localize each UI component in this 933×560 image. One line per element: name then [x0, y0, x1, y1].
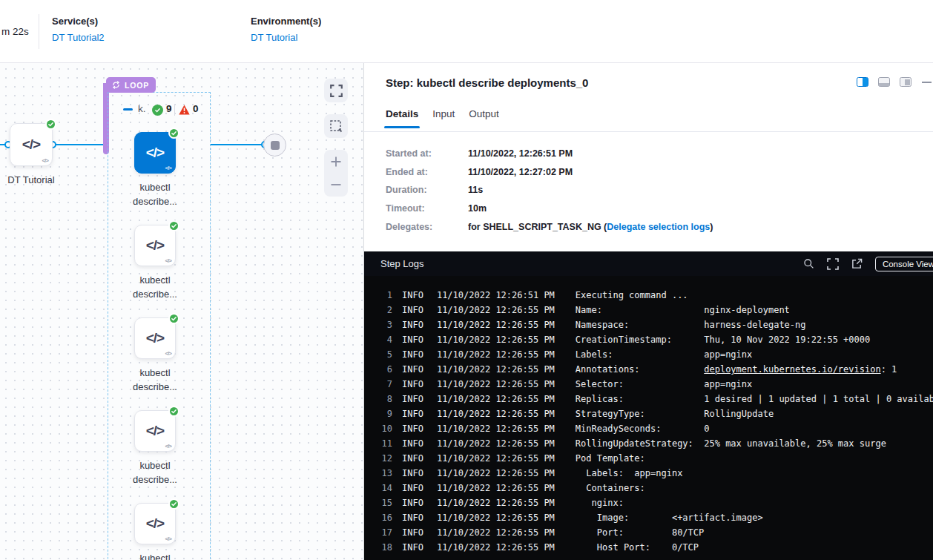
log-row: 8INFO11/10/2022 12:26:55 PMReplicas: 1 d…: [375, 392, 933, 406]
log-line-number: 6: [375, 362, 392, 377]
log-level: INFO: [402, 436, 423, 451]
log-text: Host Port: 0/TCP: [576, 542, 699, 553]
log-timestamp: 11/10/2022 12:26:55 PM: [437, 406, 555, 421]
minus-icon: [330, 179, 342, 191]
loop-badge[interactable]: LOOP: [106, 77, 156, 93]
success-count-icon: [152, 105, 163, 116]
collapse-group-button[interactable]: [123, 108, 133, 111]
success-badge-icon: [168, 498, 179, 510]
logs-search-button[interactable]: [803, 258, 814, 269]
detail-row-value: for SHELL_SCRIPT_TASK_NG (Delegate selec…: [468, 222, 713, 232]
log-line-number: 7: [375, 377, 392, 392]
zoom-out-button[interactable]: [324, 174, 348, 195]
tab-output[interactable]: Output: [469, 108, 499, 128]
log-message: RollingUpdateStrategy: 25% max unavailab…: [576, 436, 886, 451]
loop-step-node[interactable]: </></>: [134, 410, 176, 452]
detail-row-value: 11/10/2022, 12:27:02 PM: [468, 167, 573, 177]
details-list: Started at:11/10/2022, 12:26:51 PMEnded …: [386, 145, 926, 236]
layout-dock-bottom-icon[interactable]: [878, 77, 890, 87]
execution-page: m 22s Service(s) DT Tutorial2 Environmen…: [0, 0, 933, 560]
log-level: INFO: [402, 303, 423, 317]
log-row: 18INFO11/10/2022 12:26:55 PM Host Port: …: [375, 540, 933, 555]
log-timestamp: 11/10/2022 12:26:55 PM: [437, 392, 555, 406]
log-line-number: 11: [375, 436, 392, 451]
delegate-selection-logs-link[interactable]: Delegate selection logs: [607, 222, 710, 232]
edge-loop-to-end: [211, 144, 265, 145]
log-text: Containers:: [576, 483, 645, 493]
log-text: Labels: app=nginx: [576, 468, 683, 478]
loop-step-node[interactable]: </></>: [134, 317, 176, 359]
logs-open-in-new-button[interactable]: [851, 258, 863, 269]
start-step-node[interactable]: </> </>: [10, 123, 53, 166]
log-timestamp: 11/10/2022 12:26:55 PM: [437, 525, 555, 540]
log-level: INFO: [402, 495, 423, 510]
log-text: Executing command ...: [576, 290, 688, 300]
loop-step-name[interactable]: k.: [138, 103, 146, 114]
end-node[interactable]: [263, 134, 286, 157]
log-text: Labels: app=nginx: [576, 349, 752, 360]
log-text: CreationTimestamp: Thu, 10 Nov 2022 19:2…: [576, 335, 870, 345]
log-line-number: 14: [375, 481, 392, 495]
log-text: Selector: app=nginx: [576, 379, 752, 389]
console-view-button[interactable]: Console View: [875, 257, 933, 271]
log-row: 2INFO11/10/2022 12:26:55 PMName: nginx-d…: [375, 303, 933, 317]
log-line-number: 13: [375, 466, 392, 481]
log-row: 1INFO11/10/2022 12:26:51 PMExecuting com…: [375, 288, 933, 303]
detail-row-value: 11s: [468, 185, 483, 195]
environment-block: Environment(s) DT Tutorial: [251, 16, 321, 43]
log-row: 16INFO11/10/2022 12:26:55 PM Image: <+ar…: [375, 510, 933, 525]
loop-step-label-line2: describe...: [107, 472, 203, 487]
log-row: 9INFO11/10/2022 12:26:55 PMStrategyType:…: [375, 406, 933, 421]
log-message: Replicas: 1 desired | 1 updated | 1 tota…: [576, 392, 933, 406]
zoom-controls: [324, 150, 348, 197]
loop-step-label-line1: kubectl: [107, 180, 203, 194]
log-message: Executing command ...: [576, 288, 688, 303]
minimize-panel-icon[interactable]: [922, 82, 932, 83]
layout-split-right-icon[interactable]: [857, 77, 868, 87]
log-message: Annotations: deployment.kubernetes.io/re…: [576, 362, 897, 377]
canvas-marquee-zoom-button[interactable]: [324, 114, 348, 138]
log-message: Containers:: [576, 481, 645, 495]
tab-details[interactable]: Details: [386, 108, 418, 128]
logs-fullscreen-button[interactable]: [827, 258, 839, 270]
log-timestamp: 11/10/2022 12:26:55 PM: [437, 303, 555, 317]
loop-step-label-line2: describe...: [107, 194, 203, 208]
step-details-panel: Step: kubectl describe deployments_0 Det…: [363, 63, 933, 560]
service-label: Service(s): [52, 16, 105, 27]
detail-row: Duration:11s: [386, 181, 926, 200]
loop-step-node[interactable]: </></>: [134, 132, 176, 174]
detail-row-label: Duration:: [386, 185, 468, 195]
log-level: INFO: [402, 510, 423, 525]
log-line-number: 9: [375, 406, 392, 421]
pipeline-canvas[interactable]: </> </> DT Tutorial LOOP k. 9 0 </></>ku…: [0, 63, 363, 560]
log-timestamp: 11/10/2022 12:26:55 PM: [437, 466, 555, 481]
log-level: INFO: [402, 481, 423, 495]
search-icon: [803, 258, 814, 269]
success-badge-icon: [168, 220, 179, 231]
log-message: Name: nginx-deployment: [576, 303, 790, 317]
warning-count: 0: [193, 103, 199, 114]
detail-row-label: Ended at:: [386, 167, 468, 177]
canvas-fullscreen-button[interactable]: [324, 79, 348, 102]
loop-step-label-line1: kubectl: [107, 551, 203, 560]
log-line-number: 3: [375, 317, 392, 332]
tab-input[interactable]: Input: [432, 108, 455, 128]
detail-row-label: Started at:: [386, 148, 468, 159]
log-timestamp: 11/10/2022 12:26:55 PM: [437, 362, 555, 377]
shell-script-icon: </>: [165, 350, 171, 357]
step-logs-section: Step Logs Console View 1INFO11/10/2022 1…: [364, 251, 933, 560]
log-line-number: 5: [375, 347, 392, 362]
log-timestamp: 11/10/2022 12:26:55 PM: [437, 332, 555, 347]
loop-step-node[interactable]: </></>: [134, 225, 176, 266]
log-level: INFO: [402, 347, 423, 362]
loop-step-node[interactable]: </></>: [134, 503, 176, 544]
environment-link[interactable]: DT Tutorial: [251, 32, 321, 43]
shell-script-icon: </>: [165, 165, 171, 171]
layout-dock-right-icon[interactable]: [900, 77, 911, 87]
service-link[interactable]: DT Tutorial2: [52, 32, 105, 43]
step-title: Step: kubectl describe deployments_0: [386, 76, 588, 89]
log-level: INFO: [402, 362, 423, 377]
zoom-in-button[interactable]: [324, 151, 348, 172]
log-link[interactable]: deployment.kubernetes.io/revision: [704, 364, 880, 375]
detail-row: Timeout:10m: [386, 200, 926, 218]
